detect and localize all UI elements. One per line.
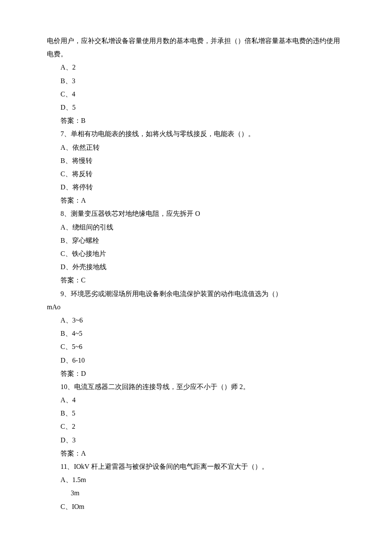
text-line: 答案：B (47, 114, 345, 127)
text-line: 答案：C (47, 273, 345, 287)
text-line: 答案：A (47, 447, 345, 460)
text-line: B、将慢转 (47, 154, 345, 167)
text-line: D、将停转 (47, 180, 345, 194)
text-line: 10、电流互感器二次回路的连接导线，至少应不小于（）师 2。 (47, 380, 345, 393)
document-page: 电价用户，应补交私增设备容量使用月数的基本电费，并承担（）倍私增容量基本电费的违… (0, 0, 392, 547)
text-line: C、将反转 (47, 167, 345, 180)
text-line: A、2 (47, 61, 345, 74)
text-line: B、3 (47, 74, 345, 87)
text-line: D、外壳接地线 (47, 260, 345, 273)
text-line: A、3~6 (47, 314, 345, 327)
text-line: B、4~5 (47, 327, 345, 340)
text-line: C、IOm (47, 500, 345, 513)
text-line: C、铁心接地片 (47, 247, 345, 260)
text-line: A、4 (47, 393, 345, 407)
text-line: D、5 (47, 101, 345, 114)
text-line: 答案：A (47, 194, 345, 207)
text-line: 11、IOkV 杆上避雷器与被保护设备间的电气距离一般不宜大于（）。 (47, 460, 345, 473)
text-line: D、6-10 (47, 354, 345, 367)
text-line: A、绕组间的引线 (47, 221, 345, 234)
text-line: 答案：D (47, 367, 345, 380)
text-line: D、3 (47, 433, 345, 447)
text-line: mAo (47, 300, 345, 314)
text-line: A、1.5m (47, 473, 345, 486)
text-line: B、5 (47, 407, 345, 420)
text-line: C、4 (47, 87, 345, 101)
text-line: A、依然正转 (47, 141, 345, 154)
text-line: 9、环境恶劣或潮湿场所用电设备剩余电流保护装置的动作电流值选为（） (47, 287, 345, 300)
text-line: 3m (47, 486, 345, 500)
text-line: 7、单相有功电能表的接线，如将火线与零线接反，电能表（）。 (47, 127, 345, 140)
text-line: B、穿心螺栓 (47, 234, 345, 247)
text-line: 8、测量变压器铁芯对地绝缘电阻，应先拆开 O (47, 207, 345, 220)
text-line: C、2 (47, 420, 345, 433)
text-line: 电价用户，应补交私增设备容量使用月数的基本电费，并承担（）倍私增容量基本电费的违… (47, 34, 345, 61)
text-line: C、5~6 (47, 340, 345, 353)
